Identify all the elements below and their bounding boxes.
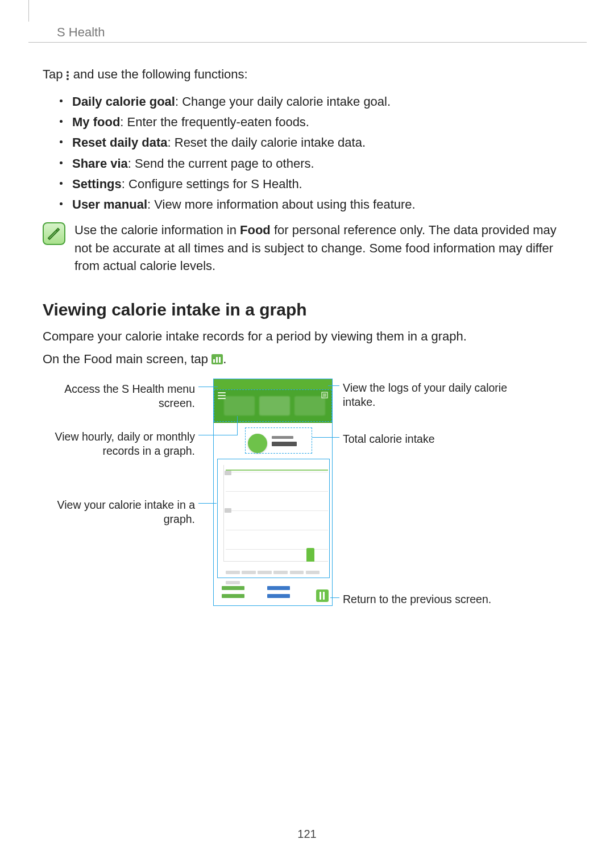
lead-menu — [198, 387, 218, 387]
list-item: Daily calorie goal: Change your daily ca… — [60, 92, 571, 112]
intro-prefix: Tap — [43, 67, 67, 81]
annotated-diagram: Access the S Health menu screen. View ho… — [43, 379, 571, 623]
header-underline — [28, 42, 587, 43]
lead-logs — [328, 385, 339, 386]
list-item-desc: : Send the current page to others. — [128, 156, 314, 171]
chart-bar — [306, 548, 314, 562]
phone-legend — [218, 583, 327, 603]
function-list: Daily calorie goal: Change your daily ca… — [60, 92, 571, 215]
list-item: User manual: View more information about… — [60, 194, 571, 215]
note-bold: Food — [240, 223, 271, 237]
list-item-desc: : Enter the frequently-eaten foods. — [120, 115, 309, 129]
section-heading: Viewing calorie intake in a graph — [43, 300, 571, 319]
lead-total — [312, 437, 339, 438]
list-item-desc: : Change your daily calorie intake goal. — [175, 94, 391, 109]
list-item: Share via: Send the current page to othe… — [60, 153, 571, 174]
phone-statusbar — [214, 379, 332, 389]
callout-total: Total calorie intake — [343, 432, 513, 446]
list-item-desc: : View more information about using this… — [147, 197, 416, 211]
list-item-label: Share via — [72, 156, 128, 171]
lead-return — [330, 597, 339, 598]
section-p2b: . — [223, 352, 226, 366]
note-block: Use the calorie information in Food for … — [43, 221, 571, 276]
note-pre: Use the calorie information in — [74, 223, 240, 237]
section-p1: Compare your calorie intake records for … — [43, 327, 571, 346]
callout-logs: View the logs of your daily calorie inta… — [343, 381, 513, 410]
list-item-desc: : Reset the daily calorie intake data. — [168, 135, 366, 149]
intro-suffix: and use the following functions: — [70, 67, 248, 81]
return-icon — [316, 589, 329, 602]
list-item-label: Reset daily data — [72, 135, 168, 149]
section-p2a: On the Food main screen, tap — [43, 352, 211, 366]
callout-return: Return to the previous screen. — [343, 592, 525, 607]
note-icon — [43, 222, 65, 245]
lead-period-h — [198, 435, 237, 435]
graph-icon — [211, 354, 223, 364]
list-item: My food: Enter the frequently-eaten food… — [60, 112, 571, 132]
top-rule — [28, 0, 29, 22]
highlight-total — [245, 427, 312, 454]
section-p2: On the Food main screen, tap . — [43, 350, 571, 368]
list-item-label: Daily calorie goal — [72, 94, 175, 109]
note-text: Use the calorie information in Food for … — [74, 221, 571, 276]
callout-menu: Access the S Health menu screen. — [43, 382, 195, 411]
running-header: S Health — [57, 25, 105, 40]
callout-graph: View your calorie intake in a graph. — [43, 498, 195, 527]
intro-text: Tap and use the following functions: — [43, 65, 571, 84]
lead-period-v — [237, 416, 238, 435]
page-number: 121 — [0, 828, 614, 841]
phone-chart-area — [217, 459, 330, 578]
list-item-label: My food — [72, 115, 120, 129]
list-item-desc: : Configure settings for S Health. — [122, 177, 302, 191]
list-item: Settings: Configure settings for S Healt… — [60, 174, 571, 194]
list-item: Reset daily data: Reset the daily calori… — [60, 132, 571, 153]
lead-graph — [198, 503, 217, 504]
callout-period: View hourly, daily or monthly records in… — [43, 430, 195, 459]
list-item-label: Settings — [72, 177, 122, 191]
list-item-label: User manual — [72, 197, 147, 211]
highlight-tabbar — [214, 389, 332, 422]
